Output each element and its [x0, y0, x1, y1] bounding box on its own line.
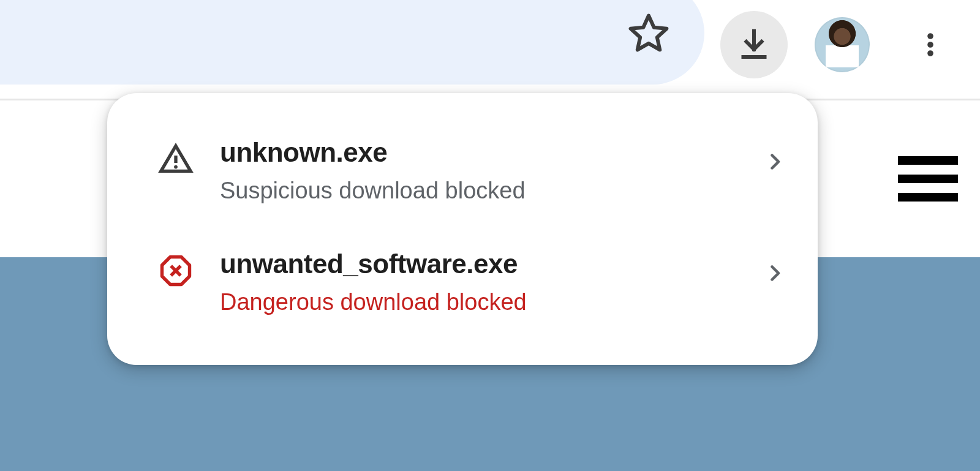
download-item-dangerous[interactable]: unwanted_software.exe Dangerous download… — [107, 234, 818, 331]
browser-toolbar — [0, 0, 980, 100]
download-item-text: unknown.exe Suspicious download blocked — [220, 137, 732, 205]
svg-point-1 — [927, 42, 933, 48]
svg-point-4 — [174, 165, 178, 169]
hamburger-bar-icon — [898, 175, 958, 183]
download-item-suspicious[interactable]: unknown.exe Suspicious download blocked — [107, 122, 818, 219]
svg-point-0 — [927, 33, 933, 39]
chevron-right-icon — [756, 255, 793, 292]
hamburger-bar-icon — [898, 193, 958, 202]
page-menu-button[interactable] — [898, 156, 958, 202]
omnibox[interactable] — [0, 0, 704, 85]
download-filename: unwanted_software.exe — [220, 249, 732, 280]
download-filename: unknown.exe — [220, 137, 732, 168]
profile-avatar-button[interactable] — [809, 11, 876, 78]
avatar-icon — [815, 17, 870, 72]
bookmark-star-button[interactable] — [615, 0, 682, 67]
chevron-right-icon — [756, 143, 793, 180]
star-outline-icon — [627, 11, 671, 55]
downloads-popup: unknown.exe Suspicious download blocked … — [107, 93, 818, 365]
download-status: Dangerous download blocked — [220, 288, 732, 317]
download-icon — [736, 26, 772, 63]
download-status: Suspicious download blocked — [220, 177, 732, 205]
warning-triangle-icon — [156, 140, 195, 179]
danger-octagon-icon — [156, 251, 195, 290]
browser-menu-button[interactable] — [897, 11, 964, 78]
download-item-text: unwanted_software.exe Dangerous download… — [220, 249, 732, 316]
toolbar-actions — [720, 11, 964, 78]
hamburger-bar-icon — [898, 156, 958, 165]
svg-point-2 — [927, 50, 933, 56]
downloads-button[interactable] — [720, 11, 788, 78]
more-vertical-icon — [916, 26, 945, 63]
